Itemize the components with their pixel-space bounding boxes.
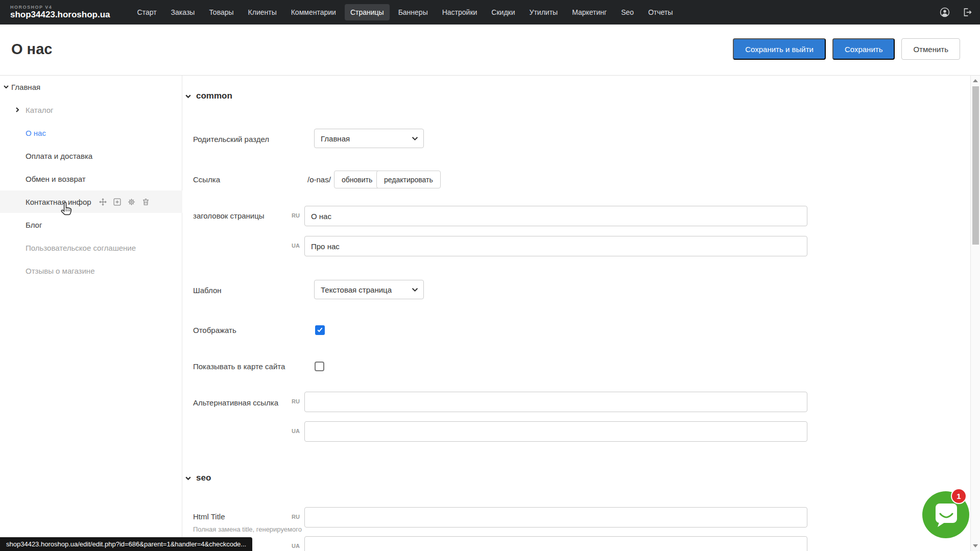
chevron-down-icon bbox=[3, 84, 9, 90]
sidebar-item-label: Отзывы о магазине bbox=[26, 267, 94, 275]
sidebar-item-store-reviews[interactable]: Отзывы о магазине bbox=[0, 259, 182, 282]
add-page-icon[interactable] bbox=[113, 198, 122, 206]
sitemap-checkbox[interactable] bbox=[315, 362, 324, 371]
nav-seo[interactable]: Seo bbox=[615, 4, 639, 20]
html-title-hint: Полная замена title, генерируемого bbox=[193, 525, 310, 533]
page-header: О нас Сохранить и выйти Сохранить Отмени… bbox=[0, 25, 980, 76]
chat-unread-badge: 1 bbox=[951, 488, 967, 504]
nav-start[interactable]: Старт bbox=[132, 4, 162, 20]
nav-comments[interactable]: Комментарии bbox=[285, 4, 342, 20]
move-icon[interactable] bbox=[99, 198, 107, 206]
nav-settings[interactable]: Настройки bbox=[437, 4, 483, 20]
header-buttons: Сохранить и выйти Сохранить Отменить bbox=[733, 38, 960, 60]
sidebar-item-user-agreement[interactable]: Пользовательское соглашение bbox=[0, 236, 182, 259]
page-title: О нас bbox=[11, 41, 52, 58]
app-window: HOROSHOP V4 shop34423.horoshop.ua Старт … bbox=[0, 0, 980, 551]
brand-logo[interactable]: HOROSHOP V4 shop34423.horoshop.ua bbox=[10, 5, 110, 19]
page-title-ru-input[interactable] bbox=[304, 206, 807, 226]
parent-section-value: Главная bbox=[321, 134, 412, 143]
link-label: Ссылка bbox=[193, 175, 220, 184]
nav-marketing[interactable]: Маркетинг bbox=[566, 4, 612, 20]
html-title-ua-input[interactable] bbox=[304, 536, 807, 551]
display-label: Отображать bbox=[193, 326, 236, 334]
chevron-down-icon bbox=[412, 288, 418, 292]
save-button[interactable]: Сохранить bbox=[832, 38, 895, 60]
sidebar-item-contact-info[interactable]: Контактная инфор bbox=[0, 190, 182, 213]
user-account-icon[interactable] bbox=[939, 7, 950, 18]
nav-orders[interactable]: Заказы bbox=[165, 4, 201, 20]
sitemap-label: Показывать в карте сайта bbox=[193, 362, 285, 371]
status-url-tooltip: shop34423.horoshop.ua/edit/edit.php?id=6… bbox=[0, 537, 252, 551]
scrollbar-thumb[interactable] bbox=[972, 86, 979, 245]
alt-link-ua-input[interactable] bbox=[304, 421, 807, 442]
sidebar-item-main[interactable]: Главная bbox=[0, 76, 182, 98]
scroll-down-arrow[interactable] bbox=[973, 544, 978, 547]
link-edit-button[interactable]: редактировать bbox=[376, 171, 441, 188]
sidebar-item-label: Пользовательское соглашение bbox=[26, 244, 136, 252]
vertical-scrollbar[interactable] bbox=[970, 76, 980, 551]
checkmark-icon bbox=[317, 327, 323, 332]
template-select[interactable]: Текстовая страница bbox=[314, 280, 424, 299]
scroll-up-arrow[interactable] bbox=[973, 79, 978, 82]
chevron-down-icon bbox=[412, 136, 418, 141]
html-title-ru-input[interactable] bbox=[304, 507, 807, 528]
nav-products[interactable]: Товары bbox=[203, 4, 239, 20]
page-title-field-label: заголовок страницы bbox=[193, 211, 265, 220]
lang-badge-ua: UA bbox=[282, 243, 300, 249]
alt-link-label: Альтернативная ссылка bbox=[193, 398, 278, 407]
sidebar-item-payment-delivery[interactable]: Оплата и доставка bbox=[0, 145, 182, 167]
sidebar-item-label: Главная bbox=[11, 83, 40, 91]
template-value: Текстовая страница bbox=[321, 285, 412, 294]
section-common-label: common bbox=[196, 91, 232, 101]
lang-badge-ru: RU bbox=[282, 212, 300, 219]
display-checkbox[interactable] bbox=[315, 325, 325, 335]
lang-badge-ru: RU bbox=[282, 398, 300, 404]
logout-icon[interactable] bbox=[962, 7, 973, 18]
template-label: Шаблон bbox=[193, 286, 222, 295]
topbar-right bbox=[939, 0, 973, 25]
chevron-right-icon bbox=[14, 107, 20, 113]
nav-clients[interactable]: Клиенты bbox=[243, 4, 282, 20]
lang-badge-ua: UA bbox=[282, 543, 300, 549]
sidebar-item-label: Обмен и возврат bbox=[26, 175, 86, 183]
sidebar-item-label: Оплата и доставка bbox=[26, 152, 92, 160]
nav-utilities[interactable]: Утилиты bbox=[524, 4, 564, 20]
sidebar-item-exchange-return[interactable]: Обмен и возврат bbox=[0, 167, 182, 190]
sidebar-item-blog[interactable]: Блог bbox=[0, 213, 182, 236]
page-title-ua-input[interactable] bbox=[304, 236, 807, 256]
nav-discounts[interactable]: Скидки bbox=[486, 4, 520, 20]
sidebar-item-label: Каталог bbox=[26, 106, 54, 114]
alt-link-ru-input[interactable] bbox=[304, 392, 807, 412]
html-title-label: Html Title bbox=[193, 512, 225, 521]
section-seo-label: seo bbox=[196, 473, 211, 483]
sidebar-item-label: Блог bbox=[26, 221, 42, 229]
tree-row-actions bbox=[99, 198, 150, 206]
nav-pages[interactable]: Страницы bbox=[345, 4, 390, 20]
save-and-exit-button[interactable]: Сохранить и выйти bbox=[733, 38, 826, 60]
nav-banners[interactable]: Баннеры bbox=[393, 4, 434, 20]
brand-domain: shop34423.horoshop.ua bbox=[10, 10, 110, 19]
sidebar-item-label: Контактная инфор bbox=[26, 198, 91, 206]
main-nav: Старт Заказы Товары Клиенты Комментарии … bbox=[132, 4, 679, 20]
nav-reports[interactable]: Отчеты bbox=[642, 4, 678, 20]
lang-badge-ua: UA bbox=[282, 428, 300, 434]
top-bar: HOROSHOP V4 shop34423.horoshop.ua Старт … bbox=[0, 0, 980, 25]
delete-trash-icon[interactable] bbox=[141, 198, 150, 206]
content-area: Главная Каталог О нас Оплата и доставка … bbox=[0, 76, 980, 551]
page-edit-form: common Родительский раздел Главная Ссылк… bbox=[182, 76, 970, 551]
link-refresh-button[interactable]: обновить bbox=[334, 171, 380, 188]
parent-section-label: Родительский раздел bbox=[193, 135, 269, 143]
link-value: /o-nas/ bbox=[307, 175, 331, 184]
chat-widget-button[interactable]: 1 bbox=[922, 491, 969, 538]
pages-tree-sidebar: Главная Каталог О нас Оплата и доставка … bbox=[0, 76, 182, 551]
parent-section-select[interactable]: Главная bbox=[314, 129, 424, 148]
chevron-down-icon bbox=[185, 475, 192, 482]
cancel-button[interactable]: Отменить bbox=[901, 38, 960, 60]
settings-gear-icon[interactable] bbox=[127, 198, 136, 206]
chevron-down-icon bbox=[185, 93, 192, 100]
sidebar-item-catalog[interactable]: Каталог bbox=[0, 99, 182, 121]
sidebar-item-about[interactable]: О нас bbox=[0, 122, 182, 144]
sidebar-item-label: О нас bbox=[26, 129, 46, 137]
section-seo-header[interactable]: seo bbox=[185, 473, 211, 483]
section-common-header[interactable]: common bbox=[185, 91, 232, 101]
